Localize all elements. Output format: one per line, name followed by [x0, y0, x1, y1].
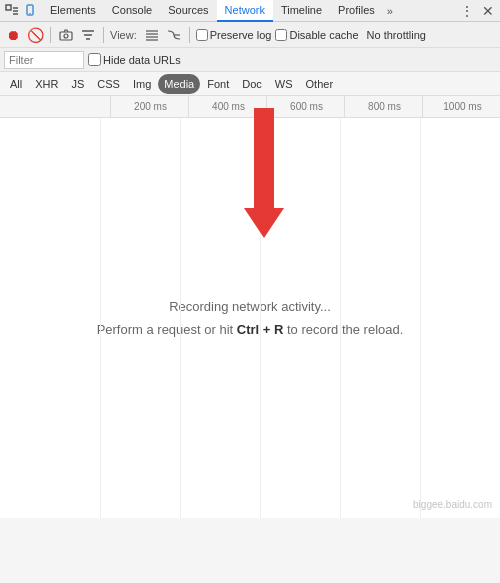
- clear-button[interactable]: 🚫: [26, 26, 44, 44]
- divider3: [189, 27, 190, 43]
- timeline-ruler: 200 ms 400 ms 600 ms 800 ms 1000 ms: [110, 96, 500, 118]
- filter-tab-img[interactable]: Img: [127, 74, 157, 94]
- toolbar-row1: ⏺ 🚫 View: Preserve log Disable cache No …: [0, 22, 500, 48]
- divider2: [103, 27, 104, 43]
- tab-profiles[interactable]: Profiles: [330, 0, 383, 22]
- close-icon[interactable]: ✕: [480, 3, 496, 19]
- arrow-line: [254, 108, 274, 208]
- hide-data-urls-checkbox[interactable]: Hide data URLs: [88, 53, 181, 66]
- disable-cache-checkbox[interactable]: Disable cache: [275, 29, 358, 41]
- filter-tab-js[interactable]: JS: [65, 74, 90, 94]
- settings-icon[interactable]: ⋮: [458, 3, 476, 19]
- inspect-icon[interactable]: [4, 3, 20, 19]
- filter-tab-css[interactable]: CSS: [91, 74, 126, 94]
- svg-point-7: [64, 34, 68, 38]
- tab-actions: ⋮ ✕: [458, 3, 496, 19]
- tab-sources[interactable]: Sources: [160, 0, 216, 22]
- filter-input[interactable]: [4, 51, 84, 69]
- filter-tab-media[interactable]: Media: [158, 74, 200, 94]
- tab-more-button[interactable]: »: [383, 3, 397, 19]
- filter-tab-xhr[interactable]: XHR: [29, 74, 64, 94]
- red-arrow: [244, 108, 284, 238]
- filter-tab-other[interactable]: Other: [300, 74, 340, 94]
- svg-rect-6: [60, 32, 72, 40]
- tab-console[interactable]: Console: [104, 0, 160, 22]
- filter-tab-font[interactable]: Font: [201, 74, 235, 94]
- ruler-mark-4: 800 ms: [344, 96, 422, 118]
- watermark: biggee.baidu.com: [413, 499, 492, 510]
- divider1: [50, 27, 51, 43]
- empty-state: Recording network activity... Perform a …: [97, 295, 404, 342]
- grid-col-5: [420, 118, 500, 518]
- arrow-head: [244, 208, 284, 238]
- filter-tabs: All XHR JS CSS Img Media Font Doc WS Oth…: [0, 72, 500, 96]
- preserve-log-checkbox[interactable]: Preserve log: [196, 29, 272, 41]
- empty-state-line1: Recording network activity...: [97, 295, 404, 318]
- network-body: Recording network activity... Perform a …: [0, 118, 500, 518]
- ruler-mark-5: 1000 ms: [422, 96, 500, 118]
- tree-view-button[interactable]: [165, 26, 183, 44]
- ruler-mark-1: 200 ms: [110, 96, 188, 118]
- filter-tab-doc[interactable]: Doc: [236, 74, 268, 94]
- view-label: View:: [110, 29, 137, 41]
- list-view-button[interactable]: [143, 26, 161, 44]
- toolbar-row2: Hide data URLs: [0, 48, 500, 72]
- tab-timeline[interactable]: Timeline: [273, 0, 330, 22]
- empty-state-line2: Perform a request or hit Ctrl + R to rec…: [97, 318, 404, 341]
- tab-bar: Elements Console Sources Network Timelin…: [0, 0, 500, 22]
- record-button[interactable]: ⏺: [4, 26, 22, 44]
- filter-tab-all[interactable]: All: [4, 74, 28, 94]
- no-throttling-select[interactable]: No throttling: [367, 29, 426, 41]
- camera-button[interactable]: [57, 26, 75, 44]
- tab-elements[interactable]: Elements: [42, 0, 104, 22]
- svg-rect-0: [6, 5, 11, 10]
- devtools-icons: [4, 3, 38, 19]
- tab-network[interactable]: Network: [217, 0, 273, 22]
- filter-tab-ws[interactable]: WS: [269, 74, 299, 94]
- mobile-icon[interactable]: [22, 3, 38, 19]
- filter-button[interactable]: [79, 26, 97, 44]
